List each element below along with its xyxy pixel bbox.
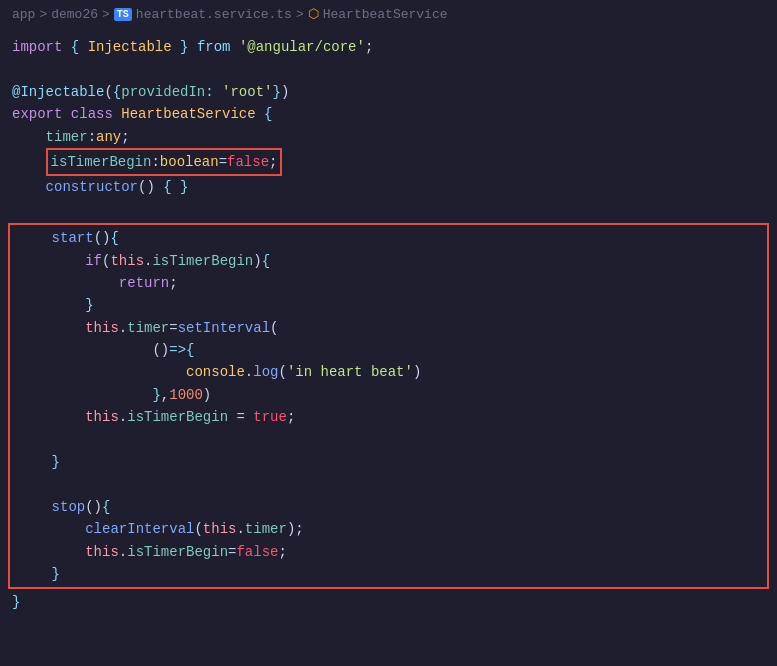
breadcrumb-filename: heartbeat.service.ts <box>136 7 292 22</box>
breadcrumb-app: app <box>12 7 35 22</box>
code-line: stop(){ <box>10 496 767 518</box>
code-line: this.isTimerBegin = true; <box>10 406 767 428</box>
code-line: },1000) <box>10 384 767 406</box>
code-line: ()=>{ <box>10 339 767 361</box>
code-line: @Injectable({providedIn: 'root'}) <box>0 81 777 103</box>
breadcrumb: app > demo26 > TS heartbeat.service.ts >… <box>0 0 777 28</box>
code-line-blank <box>10 429 767 451</box>
code-line: clearInterval(this.timer); <box>10 518 767 540</box>
code-line: console.log('in heart beat') <box>10 361 767 383</box>
breadcrumb-demo: demo26 <box>51 7 98 22</box>
breadcrumb-class-icon: ⬡ <box>308 6 319 22</box>
code-line: if(this.isTimerBegin){ <box>10 250 767 272</box>
code-line: export class HeartbeatService { <box>0 103 777 125</box>
code-line: } <box>0 591 777 613</box>
code-line-highlighted: isTimerBegin:boolean=false; <box>0 148 777 176</box>
code-line: this.timer=setInterval( <box>10 317 767 339</box>
editor: app > demo26 > TS heartbeat.service.ts >… <box>0 0 777 666</box>
code-line: } <box>10 563 767 585</box>
breadcrumb-classname: HeartbeatService <box>323 7 448 22</box>
code-line: } <box>10 451 767 473</box>
code-line: timer:any; <box>0 126 777 148</box>
breadcrumb-sep1: > <box>39 7 47 22</box>
code-line: } <box>10 294 767 316</box>
breadcrumb-sep2: > <box>102 7 110 22</box>
code-area: import { Injectable } from '@angular/cor… <box>0 28 777 622</box>
code-line: return; <box>10 272 767 294</box>
code-line: constructor() { } <box>0 176 777 198</box>
code-line-blank <box>0 199 777 221</box>
code-line: start(){ <box>10 227 767 249</box>
code-line-blank <box>0 58 777 80</box>
start-block-highlight: start(){ if(this.isTimerBegin){ return; … <box>8 223 769 589</box>
code-line: import { Injectable } from '@angular/cor… <box>0 36 777 58</box>
code-line-blank <box>10 473 767 495</box>
breadcrumb-ts-icon: TS <box>114 8 132 21</box>
code-line: this.isTimerBegin=false; <box>10 541 767 563</box>
breadcrumb-sep3: > <box>296 7 304 22</box>
